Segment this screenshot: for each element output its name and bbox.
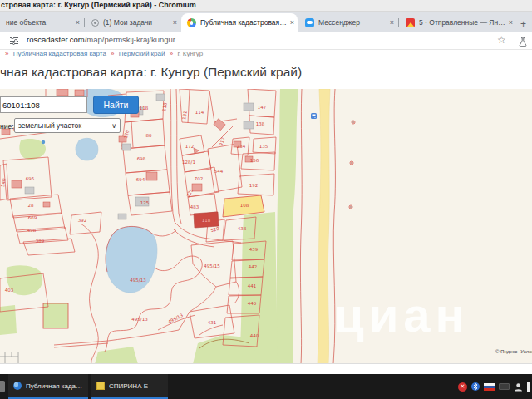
find-button[interactable]: Найти <box>93 96 139 114</box>
tab-yandex-mail[interactable]: 5 · Отправленные — Яндек × <box>400 13 516 32</box>
tab-label: 5 · Отправленные — Яндек <box>419 18 505 27</box>
bluetooth-icon[interactable] <box>471 382 480 391</box>
parcel-label: 694 <box>136 177 145 182</box>
parcel-label: 234 <box>237 144 246 149</box>
new-tab-button[interactable]: + <box>520 18 526 30</box>
parcel-label: 441 <box>248 283 257 288</box>
parcel-label: 138 <box>256 121 265 126</box>
parcel-label: 669 <box>28 215 37 220</box>
tab-messenger[interactable]: Мессенджер × <box>299 13 397 32</box>
parcel-label: 118 <box>140 106 149 111</box>
user-icon[interactable] <box>514 382 523 392</box>
parcel-label: 702 <box>195 176 204 181</box>
map-canvas[interactable]: 1181181311141471385286661208017291723413… <box>0 89 532 364</box>
map-attribution: © ЯндексУсловия использования <box>495 349 532 354</box>
tab-label: (1) Мои задачи <box>103 18 170 27</box>
search-input[interactable] <box>0 96 87 113</box>
window-title: стровая карта: г. Кунгур (Пермский край)… <box>1 1 196 9</box>
parcel-label: 172 <box>185 144 195 149</box>
tab-cadastral-map[interactable]: Публичная кадастровая ка × <box>181 13 298 32</box>
parcel-label: 125 <box>140 200 150 205</box>
breadcrumb-arrow: » <box>167 50 175 57</box>
parcel-label: 698 <box>137 156 146 161</box>
tab-close-icon[interactable]: × <box>76 18 80 27</box>
mail-icon <box>406 18 415 27</box>
bookmark-star-icon[interactable]: ☆ <box>497 34 506 46</box>
tab-label: Мессенджер <box>318 18 387 27</box>
breadcrumb-arrow: » <box>108 50 116 57</box>
taskbar-item-browser[interactable]: Публичная кадас... <box>8 374 88 399</box>
parcel-label: 695 <box>26 176 35 181</box>
parcel-label: 80 <box>146 133 152 138</box>
parcel-label: 403 <box>5 288 14 293</box>
url-text[interactable]: roscadaster.com/map/permskij-kraj/kungur <box>27 35 175 44</box>
object-type-select[interactable]: земельный участок ∨ <box>14 118 121 133</box>
tab-object-info[interactable]: ние объекта × <box>0 13 83 32</box>
tab-separator <box>84 18 85 27</box>
experiments-flask-icon[interactable] <box>518 36 528 51</box>
parcel-label: 108 <box>240 203 249 208</box>
object-type-value: земельный участок <box>18 121 81 130</box>
tab-close-icon[interactable]: × <box>509 18 513 27</box>
map-blue-pin <box>42 140 45 144</box>
parcel-label: 389 <box>36 239 45 244</box>
messenger-icon <box>305 18 314 27</box>
taskbar-item-document[interactable]: СПИРИНА Е <box>91 374 168 399</box>
parcel-label: 495/13 <box>130 278 146 283</box>
breadcrumb-link-region[interactable]: Пермский край <box>119 50 165 57</box>
url-path: /map/permskij-kraj/kungur <box>85 35 175 44</box>
parcel-label: 442 <box>249 264 258 269</box>
keyboard-icon[interactable] <box>499 383 510 390</box>
parcel-label: 495/13 <box>131 317 148 322</box>
taskbar-item-label: СПИРИНА Е <box>109 382 148 390</box>
bus-stop-icon <box>311 113 317 119</box>
breadcrumb-link-map[interactable]: Публичная кадастровая карта <box>13 50 106 57</box>
site-info-icon[interactable] <box>10 37 18 45</box>
chevron-down-icon: ∨ <box>111 122 116 130</box>
tab-close-icon[interactable]: × <box>390 18 394 27</box>
parcel-label: 438 <box>238 226 247 231</box>
attribution-text: © Яндекс <box>495 349 517 354</box>
taskbar-edge-icon[interactable] <box>0 381 5 392</box>
parcel-label: 128/1 <box>182 160 195 165</box>
parcel-label: 483 <box>190 204 200 209</box>
system-tray: ✕ <box>458 374 530 399</box>
parcel-label: 440 <box>250 333 259 338</box>
tray-partial-icon[interactable] <box>527 382 530 392</box>
taskbar: Публичная кадас... СПИРИНА Е ✕ <box>0 374 532 399</box>
parcel-label: 28 <box>28 203 34 208</box>
terms-link[interactable]: Условия использования <box>520 349 532 354</box>
parcel-label: 440 <box>248 301 257 306</box>
filter-label: ние: <box>0 122 14 131</box>
url-host: roscadaster.com <box>27 35 85 44</box>
document-icon <box>96 382 105 390</box>
tab-my-tasks[interactable]: (1) Мои задачи × <box>86 13 180 32</box>
breadcrumb: » Публичная кадастровая карта » Пермский… <box>2 50 203 57</box>
screen: стровая карта: г. Кунгур (Пермский край)… <box>0 0 532 399</box>
tab-close-icon[interactable]: × <box>173 18 177 27</box>
chromium-icon <box>13 382 22 390</box>
parcel-label: 498 <box>27 228 37 233</box>
window-titlebar: стровая карта: г. Кунгур (Пермский край)… <box>0 0 532 12</box>
parcel-label: 495/15 <box>204 264 220 268</box>
address-bar[interactable]: roscadaster.com/map/permskij-kraj/kungur… <box>0 32 532 50</box>
breadcrumb-current: г. Кунгур <box>177 50 203 57</box>
tab-separator <box>398 18 399 27</box>
parcel-label: 118 <box>202 218 211 223</box>
parcel-label: 147 <box>258 105 267 110</box>
parcel-label: 544 <box>214 169 224 174</box>
tab-label: ние объекта <box>6 18 72 27</box>
tab-close-icon[interactable]: × <box>290 18 294 27</box>
language-flag-icon[interactable] <box>484 383 495 391</box>
tab-label: Публичная кадастровая ка <box>200 18 287 27</box>
notification-close-icon[interactable]: ✕ <box>458 382 467 392</box>
parcel-label: 156 <box>250 158 259 163</box>
parcel-label: 135 <box>259 144 268 149</box>
parcel-label: 439 <box>249 247 259 252</box>
tasks-icon <box>91 19 99 27</box>
breadcrumb-arrow: » <box>2 50 11 57</box>
map-site-icon <box>187 18 196 27</box>
parcel-label: 192 <box>249 183 259 188</box>
page-title: чная кадастровая карта: г. Кунгур (Пермс… <box>0 65 302 80</box>
parcel-label: 431 <box>208 320 217 325</box>
